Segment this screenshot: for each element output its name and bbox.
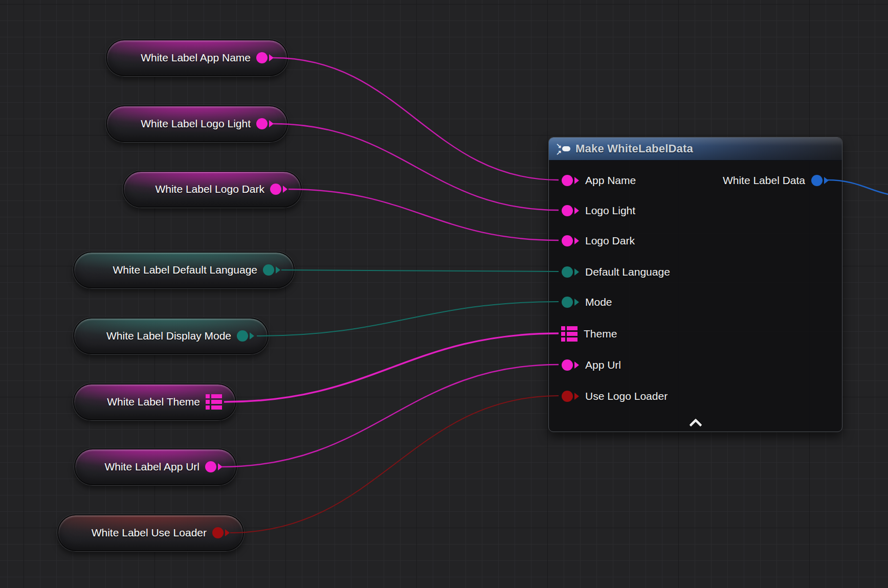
wire-default-language[interactable] bbox=[281, 270, 559, 272]
node-title: Make WhiteLabelData bbox=[575, 142, 693, 155]
make-struct-icon: ↘ ↗ bbox=[557, 142, 570, 156]
make-whitelabeldata-node[interactable]: ↘ ↗ Make WhiteLabelData App Name Logo Li… bbox=[548, 137, 842, 432]
chevron-up-icon bbox=[689, 418, 702, 431]
input-pin-row-app-name: App Name bbox=[549, 165, 636, 196]
wire-logo-dark[interactable] bbox=[288, 189, 559, 240]
wire-logo-light[interactable] bbox=[273, 124, 559, 210]
string-pin-icon[interactable] bbox=[270, 184, 287, 195]
enum-pin-icon[interactable] bbox=[263, 264, 280, 276]
string-pin-icon[interactable] bbox=[562, 205, 579, 216]
struct-list-pin-icon[interactable] bbox=[561, 326, 578, 342]
collapse-node-button[interactable] bbox=[687, 417, 704, 430]
string-pin-icon[interactable] bbox=[256, 118, 274, 129]
pin-label: App Url bbox=[585, 359, 621, 371]
variable-node-label: White Label Logo Light bbox=[141, 118, 251, 130]
variable-node-label: White Label Display Mode bbox=[106, 330, 231, 342]
string-pin-icon[interactable] bbox=[562, 235, 579, 246]
output-pin-row-white-label-data: White Label Data bbox=[689, 165, 842, 196]
wire-app-name[interactable] bbox=[273, 58, 559, 180]
variable-node-white-label-logo-dark[interactable]: White Label Logo Dark bbox=[123, 171, 302, 208]
wire-display-mode[interactable] bbox=[257, 302, 559, 336]
variable-node-white-label-logo-light[interactable]: White Label Logo Light bbox=[106, 105, 288, 142]
input-pin-row-theme: Theme bbox=[549, 319, 617, 349]
pin-label: Use Logo Loader bbox=[585, 390, 668, 402]
struct-output-pin-icon[interactable] bbox=[811, 175, 829, 186]
variable-node-white-label-default-language[interactable]: White Label Default Language bbox=[73, 252, 295, 288]
bool-pin-icon[interactable] bbox=[562, 391, 579, 402]
variable-node-label: White Label App Url bbox=[104, 461, 199, 473]
enum-pin-icon[interactable] bbox=[237, 330, 254, 342]
wire-theme[interactable] bbox=[224, 333, 559, 402]
variable-node-label: White Label Default Language bbox=[113, 264, 257, 276]
pin-label: Mode bbox=[585, 296, 612, 308]
variable-node-label: White Label Theme bbox=[107, 396, 200, 408]
struct-list-pin-icon[interactable] bbox=[206, 394, 222, 410]
bool-pin-icon[interactable] bbox=[212, 527, 230, 538]
pin-label: Default Language bbox=[585, 266, 670, 278]
variable-node-label: White Label Use Loader bbox=[92, 527, 207, 539]
wire-app-url[interactable] bbox=[221, 365, 559, 467]
blueprint-graph-canvas[interactable]: White Label App Name White Label Logo Li… bbox=[0, 0, 888, 588]
variable-node-white-label-display-mode[interactable]: White Label Display Mode bbox=[73, 318, 269, 354]
variable-node-white-label-use-loader[interactable]: White Label Use Loader bbox=[57, 514, 244, 551]
pin-label: Logo Light bbox=[585, 205, 635, 217]
input-pin-row-use-logo-loader: Use Logo Loader bbox=[549, 381, 668, 412]
string-pin-icon[interactable] bbox=[205, 461, 223, 472]
string-pin-icon[interactable] bbox=[562, 359, 579, 371]
variable-node-white-label-app-name[interactable]: White Label App Name bbox=[106, 39, 288, 76]
pin-label: App Name bbox=[585, 174, 636, 187]
input-pin-row-logo-dark: Logo Dark bbox=[549, 225, 635, 256]
pin-label: White Label Data bbox=[723, 174, 805, 187]
input-pin-row-logo-light: Logo Light bbox=[549, 195, 635, 226]
enum-pin-icon[interactable] bbox=[562, 266, 579, 278]
variable-node-label: White Label Logo Dark bbox=[155, 183, 264, 195]
string-pin-icon[interactable] bbox=[256, 52, 274, 63]
node-header[interactable]: ↘ ↗ Make WhiteLabelData bbox=[549, 138, 842, 161]
pin-label: Logo Dark bbox=[585, 235, 635, 247]
variable-node-white-label-app-url[interactable]: White Label App Url bbox=[74, 448, 237, 485]
variable-node-white-label-theme[interactable]: White Label Theme bbox=[73, 383, 236, 420]
wire-use-loader[interactable] bbox=[230, 396, 559, 533]
pin-label: Theme bbox=[584, 328, 617, 340]
string-pin-icon[interactable] bbox=[562, 175, 579, 186]
input-pin-row-default-language: Default Language bbox=[549, 257, 670, 287]
variable-node-label: White Label App Name bbox=[141, 52, 251, 64]
enum-pin-icon[interactable] bbox=[562, 297, 579, 308]
input-pin-row-app-url: App Url bbox=[549, 350, 621, 380]
